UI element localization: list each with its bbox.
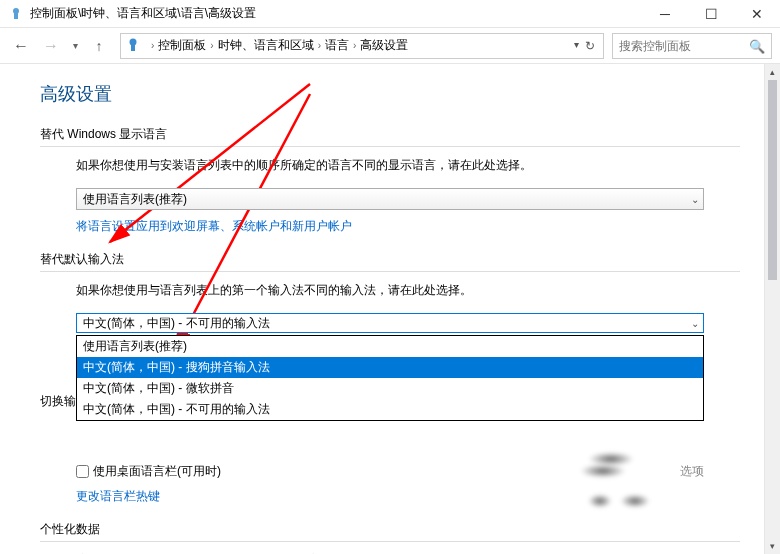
scrollbar-thumb[interactable] — [768, 80, 777, 280]
nav-forward-button[interactable]: → — [38, 33, 64, 59]
chevron-right-icon: › — [318, 40, 321, 51]
chevron-down-icon: ⌄ — [691, 194, 699, 205]
smudge-decoration — [588, 494, 612, 508]
search-input-container[interactable]: 🔍 — [612, 33, 772, 59]
vertical-scrollbar[interactable]: ▴ ▾ — [764, 64, 780, 554]
chevron-right-icon: › — [353, 40, 356, 51]
scroll-up-button[interactable]: ▴ — [765, 64, 780, 80]
ime-option[interactable]: 中文(简体，中国) - 微软拼音 — [77, 378, 703, 399]
default-ime-dropdown[interactable]: 中文(简体，中国) - 不可用的输入法 ⌄ — [76, 313, 704, 333]
search-input[interactable] — [619, 39, 765, 53]
svg-line-4 — [110, 84, 310, 242]
smudge-decoration — [580, 464, 626, 478]
change-hotkey-link[interactable]: 更改语言栏热键 — [76, 488, 160, 505]
breadcrumb-dropdown-icon[interactable]: ▾ — [574, 39, 579, 53]
search-icon[interactable]: 🔍 — [749, 39, 765, 54]
breadcrumb-item[interactable]: 控制面板 — [158, 37, 206, 54]
chevron-down-icon: ⌄ — [691, 318, 699, 329]
ime-option[interactable]: 使用语言列表(推荐) — [77, 336, 703, 357]
breadcrumb-item[interactable]: 高级设置 — [360, 37, 408, 54]
nav-back-button[interactable]: ← — [8, 33, 34, 59]
desktop-langbar-label: 使用桌面语言栏(可用时) — [93, 463, 221, 480]
minimize-button[interactable]: ─ — [642, 0, 688, 28]
refresh-icon[interactable]: ↻ — [585, 39, 595, 53]
svg-rect-1 — [14, 13, 18, 19]
breadcrumb[interactable]: › 控制面板 › 时钟、语言和区域 › 语言 › 高级设置 ▾ ↻ — [120, 33, 604, 59]
chevron-right-icon: › — [151, 40, 154, 51]
options-link[interactable]: 选项 — [680, 463, 704, 480]
maximize-button[interactable]: ☐ — [688, 0, 734, 28]
ime-option[interactable]: 中文(简体，中国) - 不可用的输入法 — [77, 399, 703, 420]
display-language-dropdown[interactable]: 使用语言列表(推荐) ⌄ — [76, 188, 704, 210]
window-title: 控制面板\时钟、语言和区域\语言\高级设置 — [30, 5, 642, 22]
breadcrumb-item[interactable]: 时钟、语言和区域 — [218, 37, 314, 54]
desktop-langbar-checkbox-row[interactable]: 使用桌面语言栏(可用时) — [76, 463, 221, 480]
control-panel-icon — [125, 37, 143, 55]
chevron-right-icon: › — [210, 40, 213, 51]
desktop-langbar-checkbox[interactable] — [76, 465, 89, 478]
default-ime-option-list: 使用语言列表(推荐) 中文(简体，中国) - 搜狗拼音输入法 中文(简体，中国)… — [76, 335, 704, 421]
nav-history-dropdown[interactable]: ▾ — [68, 40, 82, 51]
window-icon — [8, 6, 24, 22]
svg-line-5 — [175, 94, 310, 349]
svg-rect-3 — [131, 44, 135, 51]
ime-option[interactable]: 中文(简体，中国) - 搜狗拼音输入法 — [77, 357, 703, 378]
nav-up-button[interactable]: ↑ — [86, 33, 112, 59]
scrollbar-track[interactable] — [765, 280, 780, 538]
scroll-down-button[interactable]: ▾ — [765, 538, 780, 554]
section-personal-data-header: 个性化数据 — [40, 521, 740, 542]
breadcrumb-item[interactable]: 语言 — [325, 37, 349, 54]
display-language-value: 使用语言列表(推荐) — [83, 191, 187, 208]
smudge-decoration — [620, 494, 650, 508]
default-ime-value: 中文(简体，中国) - 不可用的输入法 — [83, 315, 270, 332]
close-button[interactable]: ✕ — [734, 0, 780, 28]
